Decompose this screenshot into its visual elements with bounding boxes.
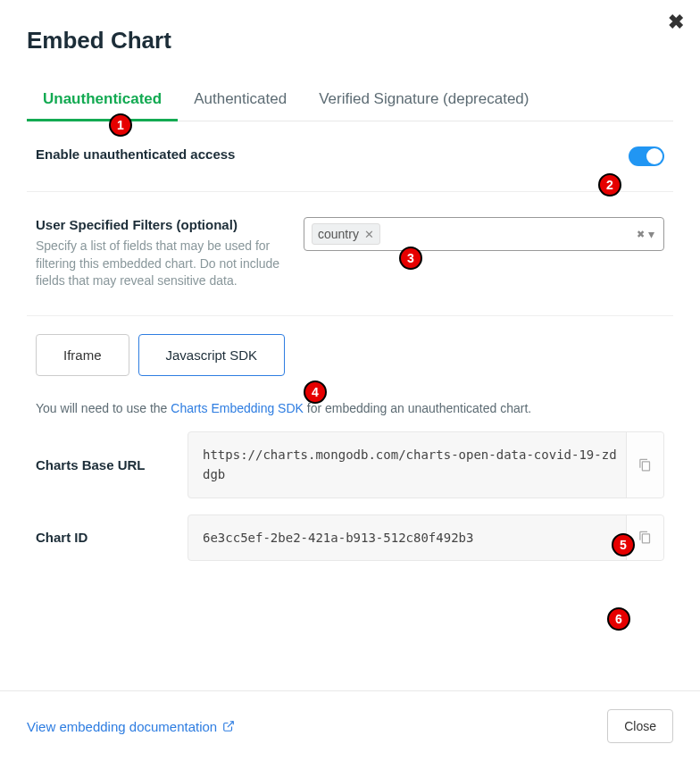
chart-id-label: Chart ID bbox=[36, 530, 170, 545]
tab-authenticated[interactable]: Authenticated bbox=[194, 81, 287, 121]
filters-label: User Specified Filters (optional) bbox=[36, 217, 286, 232]
filters-description: Specify a list of fields that may be use… bbox=[36, 238, 286, 290]
chip-remove-icon[interactable]: ✕ bbox=[364, 228, 374, 241]
clear-all-icon[interactable]: ✖ bbox=[637, 229, 645, 240]
chip-label: country bbox=[318, 227, 359, 241]
dropdown-caret-icon[interactable]: ▾ bbox=[648, 227, 654, 241]
annotation-marker-2: 2 bbox=[598, 173, 621, 197]
chart-id-value: 6e3cc5ef-2be2-421a-b913-512c80f492b3 bbox=[188, 514, 664, 561]
sdk-link[interactable]: Charts Embedding SDK bbox=[171, 401, 304, 415]
filter-chip-country: country ✕ bbox=[312, 223, 380, 245]
tab-unauthenticated[interactable]: Unauthenticated bbox=[43, 81, 162, 121]
annotation-marker-3: 3 bbox=[399, 247, 422, 270]
base-url-value: https://charts.mongodb.com/charts-open-d… bbox=[188, 431, 664, 498]
close-button[interactable]: Close bbox=[607, 709, 673, 743]
modal-title: Embed Chart bbox=[27, 27, 673, 54]
close-icon[interactable]: ✖ bbox=[668, 11, 684, 34]
enable-access-label: Enable unauthenticated access bbox=[36, 146, 235, 162]
filters-input[interactable]: country ✕ ✖ ▾ bbox=[304, 217, 664, 251]
annotation-marker-6: 6 bbox=[607, 607, 630, 631]
subtab-iframe[interactable]: Iframe bbox=[36, 334, 129, 376]
svg-line-0 bbox=[228, 722, 233, 727]
sdk-note: You will need to use the Charts Embeddin… bbox=[36, 401, 664, 415]
copy-icon bbox=[638, 531, 652, 544]
copy-base-url-button[interactable] bbox=[626, 432, 663, 498]
external-link-icon bbox=[222, 720, 235, 732]
copy-icon bbox=[638, 458, 652, 472]
enable-access-toggle[interactable] bbox=[629, 146, 664, 166]
embed-type-tabs: Iframe Javascript SDK bbox=[27, 334, 673, 376]
documentation-link[interactable]: View embedding documentation bbox=[27, 719, 235, 734]
annotation-marker-4: 4 bbox=[304, 380, 327, 404]
tab-verified-signature[interactable]: Verified Signature (deprecated) bbox=[319, 81, 529, 121]
base-url-label: Charts Base URL bbox=[36, 457, 170, 472]
modal-footer: View embedding documentation Close bbox=[0, 690, 700, 761]
subtab-javascript-sdk[interactable]: Javascript SDK bbox=[138, 334, 286, 376]
annotation-marker-5: 5 bbox=[612, 533, 635, 556]
annotation-marker-1: 1 bbox=[109, 113, 132, 137]
